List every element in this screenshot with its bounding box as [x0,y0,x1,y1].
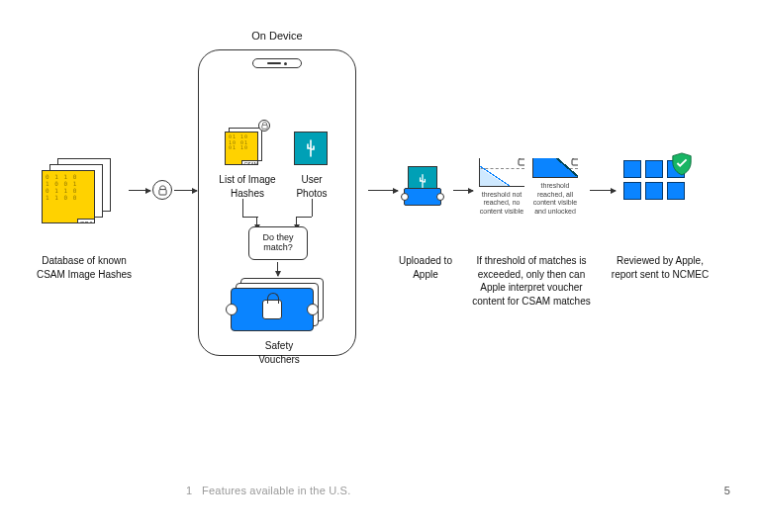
match-decision-box: Do they match? [248,226,308,260]
csam-mini-tag: CSAM [241,160,258,165]
shield-check-icon [671,152,693,176]
encrypted-transfer-lock-icon [152,180,172,200]
arrow-icon [453,190,473,191]
arrow-icon [129,190,150,191]
lock-open-icon [570,158,578,164]
on-device-label: On Device [198,30,356,42]
threshold-caption: If threshold of matches is exceeded, onl… [467,254,596,308]
safety-vouchers-icon [231,278,326,333]
arrow-down-icon [277,262,278,276]
arrow-icon [174,190,197,191]
uploaded-voucher-icon [404,166,447,210]
lock-icon [517,158,524,164]
diagram-canvas: 0 1 1 01 0 0 10 1 1 01 1 0 0 CSAM Databa… [0,0,760,532]
review-caption: Reviewed by Apple, report sent to NCMEC [606,254,714,281]
svg-rect-2 [519,159,524,165]
phone-notch-icon [252,58,302,68]
uploaded-caption: Uploaded to Apple [394,254,457,281]
database-caption: Database of known CSAM Image Hashes [30,254,139,281]
photo-cactus-icon [304,138,318,158]
database-hashes-icon: 0 1 1 01 0 0 10 1 1 01 1 0 0 CSAM [42,158,121,222]
footnote-text: Features available in the U.S. [202,485,350,496]
page-number: 5 [724,485,730,496]
threshold-reached-chart-icon [532,158,578,178]
device-outline-icon: 01 1010 0101 10 CSAM List of Image Hashe… [198,49,356,356]
arrow-icon [368,190,398,191]
page-footer: 1 Features available in the U.S. 5 [0,485,760,496]
hash-list-caption: List of Image Hashes [213,173,282,200]
safety-vouchers-caption: Safety Vouchers [244,339,314,366]
arrow-icon [590,190,616,191]
svg-rect-1 [261,125,266,129]
lock-icon [258,120,270,132]
threshold-reached-subcaption: threshold reached, all content visible a… [532,182,578,216]
hash-list-icon: 01 1010 0101 10 CSAM [225,124,266,165]
svg-rect-0 [158,189,165,194]
footnote-index: 1 [186,485,192,496]
lock-icon [262,300,282,319]
user-photos-icon [294,132,328,165]
csam-tag: CSAM [77,219,95,223]
review-grid-icon [623,160,689,216]
svg-rect-3 [572,159,578,165]
threshold-not-reached-subcaption: threshold not reached, no content visibl… [479,191,524,216]
user-photos-caption: User Photos [290,173,333,200]
threshold-not-reached-chart-icon [479,158,524,187]
match-label: Do they match? [249,233,307,253]
threshold-charts: threshold not reached, no content visibl… [479,158,582,216]
